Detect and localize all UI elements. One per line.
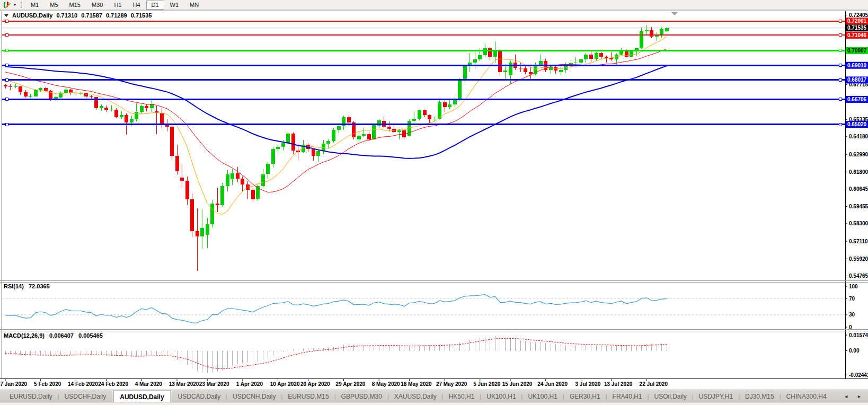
chart-tool-icon[interactable] [3,1,11,8]
chart-tab-audusd-daily[interactable]: AUDUSD,Daily [113,391,171,402]
chart-tab-dj30-m15[interactable]: DJ30,M15 [740,391,780,402]
chart-tab-ger30-h1[interactable]: GER30,H1 [564,391,606,402]
chart-plot-area[interactable] [2,11,845,280]
chart-tab-usdjpy-h1[interactable]: USDJPY,H1 [694,391,738,402]
chart-tabs: EURUSD,Daily|USDCHF,DailyAUDUSD,DailyUSD… [0,390,868,402]
period-button-m30[interactable]: M30 [86,1,108,10]
period-button-d1[interactable]: D1 [146,1,164,10]
ohlc-low: 0.71289 [106,12,127,19]
macd-main-value: 0.006407 [49,332,74,339]
tool-dropdown-caret-icon[interactable] [13,4,16,6]
status-bar [0,402,868,405]
rsi-name: RSI(14) [4,283,24,289]
chart-tab-uk100-h1[interactable]: UK100,H1 [481,391,521,402]
toolbar-grip[interactable] [21,2,22,8]
chart-tab-fra40-h1[interactable]: FRA40,H1 [607,391,648,402]
period-button-m1[interactable]: M1 [25,1,44,10]
ohlc-open: 0.71310 [56,12,77,19]
chart-tab-eurusd-daily[interactable]: EURUSD,Daily [4,391,58,402]
ohlc-high: 0.71587 [81,12,102,19]
chart-tab-usoil-daily[interactable]: USOil,Daily [649,391,692,402]
period-button-mn[interactable]: MN [184,1,204,10]
chart-tab-hk50-h1[interactable]: HK50,H1 [444,391,480,402]
chart-tab-usdcad-daily[interactable]: USDCAD,Daily [173,391,226,402]
symbol-dropdown-icon[interactable] [4,14,8,17]
rsi-value: 72.0365 [29,283,50,289]
macd-name: MACD(12,26,9) [4,332,45,339]
chart-tab-gbpusd-m30[interactable]: GBPUSD,M30 [336,391,387,402]
period-button-h1[interactable]: H1 [109,1,127,10]
chart-title: AUDUSD,Daily 0.71310 0.71587 0.71289 0.7… [4,12,152,19]
chart-canvas[interactable]: 0.724050.677150.653350.641800.629900.618… [0,0,868,405]
rsi-indicator-label: RSI(14) 72.0365 [4,283,50,289]
tabs-scroll-right-icon[interactable]: ► [857,394,862,399]
period-button-m5[interactable]: M5 [45,1,63,10]
tabs-scroll-controls: ◄ ► [844,394,862,399]
chart-tab-usdcnh-daily[interactable]: USDCNH,Daily [227,391,281,402]
tabs-scroll-left-icon[interactable]: ◄ [844,394,848,399]
period-button-m15[interactable]: M15 [64,1,86,10]
timeframe-toolbar: M1M5M15M30H1H4D1W1MN [0,0,868,10]
period-button-w1[interactable]: W1 [165,1,184,10]
chart-tab-usdchf-daily[interactable]: USDCHF,Daily [59,391,112,402]
candlestick-tool-glyph [3,1,11,8]
chart-tab-eurusd-m15[interactable]: EURUSD,M15 [282,391,334,402]
macd-signal-value: 0.005465 [78,332,103,339]
ohlc-close: 0.71535 [131,12,152,19]
symbol-period-label: AUDUSD,Daily [12,12,52,19]
macd-indicator-label: MACD(12,26,9) 0.006407 0.005465 [4,332,103,339]
price-scale[interactable] [846,11,868,378]
chart-tab-xauusd-daily[interactable]: XAUUSD,Daily [389,391,442,402]
period-buttons-group: M1M5M15M30H1H4D1W1MN [25,1,204,10]
chart-tab-china300-h4[interactable]: CHINA300,H4 [781,391,832,402]
period-button-h4[interactable]: H4 [127,1,145,10]
time-scale[interactable] [0,379,845,390]
chart-tabs-bar: EURUSD,Daily|USDCHF,DailyAUDUSD,DailyUSD… [0,390,868,402]
chart-tab-uk100-h1[interactable]: UK100,H1 [522,391,562,402]
